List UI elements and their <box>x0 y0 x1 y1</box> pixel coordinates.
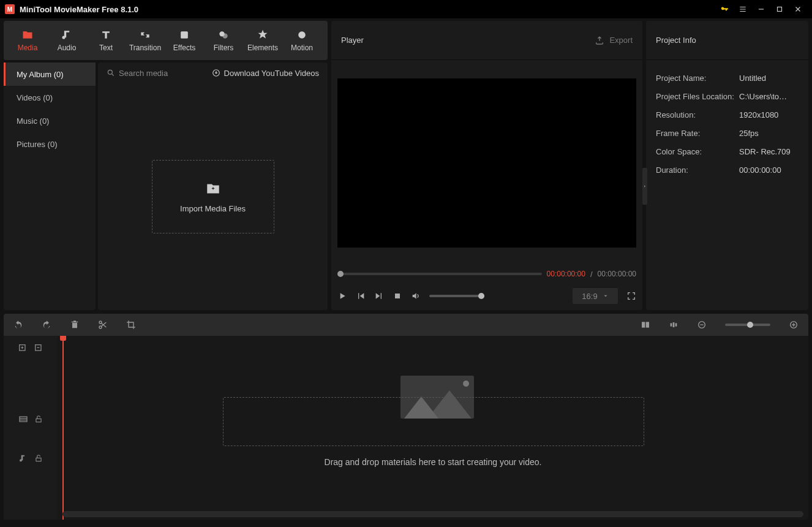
timeline-track-headers <box>4 336 58 520</box>
download-youtube-button[interactable]: Download YouTube Videos <box>212 69 319 78</box>
tab-label: Motion <box>291 44 313 52</box>
timeline-drop-hint: Drag and drop materials here to start cr… <box>58 457 808 467</box>
undo-button[interactable] <box>13 320 23 330</box>
tab-audio[interactable]: Audio <box>48 24 86 57</box>
volume-button[interactable] <box>411 291 421 301</box>
svg-point-4 <box>298 31 306 39</box>
svg-point-3 <box>222 34 227 39</box>
tab-effects[interactable]: Effects <box>165 24 203 57</box>
volume-slider[interactable] <box>429 295 484 297</box>
info-value: Untitled <box>739 74 766 83</box>
tab-transition[interactable]: Transition <box>126 24 164 57</box>
timeline-dropzone[interactable] <box>223 397 644 446</box>
info-value: 25fps <box>739 129 759 138</box>
sidebar-item-music[interactable]: Music (0) <box>4 109 96 132</box>
tab-label: Media <box>18 44 38 52</box>
info-value: 1920x1080 <box>739 110 778 119</box>
track-header-tools <box>4 336 58 360</box>
svg-rect-0 <box>778 7 782 12</box>
hamburger-menu-icon[interactable] <box>734 0 752 18</box>
library-sidebar: My Album (0) Videos (0) Music (0) Pictur… <box>4 63 96 310</box>
tab-label: Transition <box>129 44 161 52</box>
tab-filters[interactable]: Filters <box>205 24 242 57</box>
minimize-button[interactable] <box>752 0 770 18</box>
playback-scrubber[interactable] <box>337 273 542 275</box>
export-button[interactable]: Export <box>595 36 633 45</box>
timeline-view-b-button[interactable] <box>669 320 679 330</box>
import-media-button[interactable]: Import Media Files <box>152 160 274 233</box>
maximize-button[interactable] <box>770 0 789 18</box>
zoom-out-button[interactable] <box>697 320 707 330</box>
aspect-ratio-value: 16:9 <box>582 292 597 301</box>
unlock-icon[interactable] <box>34 415 43 423</box>
delete-button[interactable] <box>70 320 80 330</box>
tab-text[interactable]: Text <box>87 24 125 57</box>
import-label: Import Media Files <box>180 204 246 213</box>
info-label: Frame Rate: <box>656 129 739 138</box>
crop-button[interactable] <box>126 320 136 330</box>
add-track-icon[interactable] <box>18 343 28 353</box>
track-header-blank <box>4 360 58 400</box>
stop-button[interactable] <box>393 291 402 301</box>
next-frame-button[interactable] <box>374 291 384 301</box>
timeline-canvas[interactable]: Drag and drop materials here to start cr… <box>58 336 808 520</box>
timeline-view-a-button[interactable] <box>641 320 650 330</box>
sidebar-item-my-album[interactable]: My Album (0) <box>4 63 96 86</box>
video-track-icon <box>18 414 28 424</box>
close-button[interactable] <box>789 0 807 18</box>
zoom-slider[interactable] <box>725 324 770 326</box>
player-panel: Player Export 00:00:00:00 / 00:00:00:00 … <box>331 21 642 310</box>
search-placeholder: Search media <box>119 69 168 78</box>
tab-label: Effects <box>173 44 195 52</box>
audio-track-icon <box>18 453 28 463</box>
info-value: C:\Users\to… <box>739 92 787 101</box>
project-info-panel: Project Info Project Name:Untitled Proje… <box>646 21 808 310</box>
tab-label: Audio <box>58 44 77 52</box>
time-separator: / <box>590 270 593 279</box>
sidebar-item-videos[interactable]: Videos (0) <box>4 86 96 109</box>
timeline-horizontal-scrollbar[interactable] <box>62 511 803 517</box>
upgrade-key-icon[interactable] <box>715 0 734 18</box>
unlock-icon[interactable] <box>34 454 43 463</box>
window-title: MiniTool MovieMaker Free 8.1.0 <box>20 5 138 14</box>
zoom-in-button[interactable] <box>789 320 799 330</box>
svg-rect-14 <box>671 323 672 326</box>
tab-motion[interactable]: Motion <box>283 24 321 57</box>
split-button[interactable] <box>98 320 108 330</box>
redo-button[interactable] <box>42 320 51 330</box>
info-label: Project Name: <box>656 74 739 83</box>
preview-viewport[interactable] <box>337 78 636 248</box>
prev-frame-button[interactable] <box>356 291 366 301</box>
remove-track-icon[interactable] <box>34 343 43 353</box>
search-media[interactable]: Search media <box>107 69 168 78</box>
svg-rect-21 <box>20 417 27 422</box>
app-logo-icon: M <box>5 4 15 14</box>
svg-rect-15 <box>673 322 675 327</box>
fullscreen-button[interactable] <box>626 291 636 301</box>
chevron-down-icon <box>603 293 609 299</box>
tab-media[interactable]: Media <box>9 24 47 57</box>
playhead[interactable] <box>62 336 64 520</box>
sidebar-item-label: Music (0) <box>17 116 49 126</box>
aspect-ratio-dropdown[interactable]: 16:9 <box>573 288 618 304</box>
project-info-body: Project Name:Untitled Project Files Loca… <box>646 60 808 188</box>
svg-rect-13 <box>646 322 649 327</box>
tab-label: Filters <box>214 44 234 52</box>
zoom-handle[interactable] <box>747 322 753 328</box>
volume-handle[interactable] <box>478 293 484 299</box>
info-label: Project Files Location: <box>656 92 739 101</box>
scrubber-handle[interactable] <box>337 271 344 277</box>
export-label: Export <box>609 36 633 45</box>
info-label: Resolution: <box>656 110 739 119</box>
svg-rect-16 <box>675 323 677 326</box>
sidebar-item-label: My Album (0) <box>17 70 64 79</box>
panel-collapse-handle[interactable] <box>642 168 647 205</box>
download-label: Download YouTube Videos <box>224 69 319 78</box>
tab-elements[interactable]: Elements <box>244 24 282 57</box>
download-icon <box>212 69 220 77</box>
title-bar: M MiniTool MovieMaker Free 8.1.0 <box>0 0 812 18</box>
sidebar-item-pictures[interactable]: Pictures (0) <box>4 132 96 156</box>
play-button[interactable] <box>337 291 347 301</box>
search-icon <box>107 69 115 77</box>
folder-plus-icon <box>205 181 221 197</box>
